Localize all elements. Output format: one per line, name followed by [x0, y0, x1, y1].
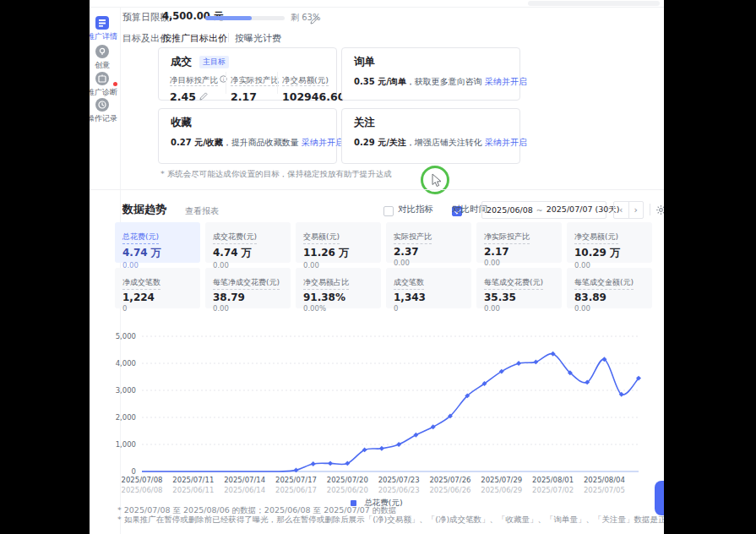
tile-value: 38.79: [213, 292, 283, 303]
follow-card-title: 关注: [354, 116, 375, 130]
tab-exposure-billing[interactable]: 按曝光计费: [235, 32, 281, 45]
svg-text:i: i: [223, 77, 225, 82]
svg-text:4,000: 4,000: [116, 359, 136, 368]
sidebar-item-2[interactable]: 创意: [90, 45, 122, 71]
metric-tile-3[interactable]: 交易额(元)11.26 万0.00: [296, 222, 381, 263]
promotion-detail-icon: [95, 16, 109, 30]
favorite-adopt-link[interactable]: 采纳并开启: [302, 138, 344, 147]
history-icon: [95, 98, 109, 112]
metric-tile-4[interactable]: 实际投产比2.370.00: [386, 222, 471, 263]
svg-text:2025/07/08: 2025/07/08: [122, 476, 163, 484]
metric-tile-12[interactable]: 每笔成交金额(元)83.890.00: [567, 268, 652, 308]
tile-value: 10.29 万: [574, 246, 645, 260]
follow-adopt-link[interactable]: 采纳并开启: [485, 138, 527, 147]
svg-text:2025/08/04: 2025/08/04: [584, 476, 625, 484]
trend-section-title: 数据趋势: [122, 202, 166, 217]
svg-text:2025/06/26: 2025/06/26: [429, 486, 470, 494]
svg-text:2025/06/11: 2025/06/11: [172, 486, 214, 494]
tile-label: 交易额(元): [303, 232, 340, 244]
date-range-input[interactable]: 2025/06/08 ~ 2025/07/07 (30天): [481, 201, 606, 219]
metric-label: 净目标投产比: [170, 75, 218, 86]
favorite-desc: ，提升商品收藏数量: [223, 138, 302, 147]
tile-value: 1,224: [122, 292, 193, 303]
campaign-detail-panel: 推广详情创意推广诊断操作记录 预算日限额: 4,500.00 元 剩 63% 目…: [90, 0, 664, 534]
metric-tile-8[interactable]: 每笔净成交花费(元)38.790.00: [205, 268, 291, 308]
tile-label: 成交笔数: [394, 277, 424, 290]
sidebar-item-label: 操作记录: [90, 113, 122, 124]
tile-label: 总花费(元): [122, 232, 159, 244]
inquiry-rate: 0.35 元/询单: [354, 77, 406, 86]
tab-goal-bidding[interactable]: 按推广目标出价: [162, 32, 227, 45]
svg-text:2025/08/01: 2025/08/01: [532, 476, 574, 484]
inquiry-desc: ，获取更多意向咨询: [406, 77, 485, 86]
metric-value: 2.17: [231, 90, 279, 103]
tile-compare-value: 0.00: [213, 304, 283, 313]
tile-compare-value: 0.00: [394, 259, 464, 267]
metric-tile-1[interactable]: 总花费(元)4.74 万0.00: [115, 222, 200, 263]
metric-tile-9[interactable]: 净交易额占比91.38%0.00%: [296, 268, 381, 308]
sidebar-item-3[interactable]: 推广诊断: [90, 72, 122, 98]
svg-text:2025/07/14: 2025/07/14: [224, 476, 265, 484]
metric-label: 净交易额(元): [282, 75, 329, 86]
svg-text:2025/07/29: 2025/07/29: [481, 476, 522, 484]
metric-tile-7[interactable]: 净成交笔数1,2240: [115, 268, 200, 308]
tile-value: 4.74 万: [122, 246, 193, 260]
cursor-icon: [432, 173, 443, 188]
trend-chart: 5,0004,0003,0002,0001,00002025/07/082025…: [108, 328, 657, 495]
metric-tile-10[interactable]: 成交笔数1,3430: [386, 268, 471, 308]
goal-card-favorite: 收藏 0.27 元/收藏，提升商品收藏数量 采纳并开启: [158, 108, 337, 164]
tile-label: 成交花费(元): [213, 232, 257, 244]
metric-divider: [277, 72, 278, 94]
metric-tile-11[interactable]: 每笔成交花费(元)35.350.00: [476, 268, 562, 308]
tile-value: 2.37: [394, 246, 464, 258]
settings-gear-icon[interactable]: [655, 203, 664, 219]
creative-icon: [95, 45, 109, 58]
tile-value: 1,343: [394, 292, 464, 303]
metric-tile-2[interactable]: 成交花费(元)4.74 万0.00: [205, 222, 291, 263]
roi-edit-icon[interactable]: [199, 90, 208, 103]
svg-text:2025/07/20: 2025/07/20: [327, 476, 368, 484]
primary-goal-badge: 主目标: [199, 56, 229, 68]
tile-label: 净成交笔数: [122, 277, 160, 290]
inquiry-card-title: 询单: [354, 55, 375, 69]
budget-progress-fill: [205, 16, 252, 20]
tile-value: 4.74 万: [213, 246, 283, 260]
svg-text:2025/07/02: 2025/07/02: [532, 486, 574, 494]
date-pager: ‹ ›: [613, 201, 644, 219]
svg-text:2025/06/29: 2025/06/29: [481, 486, 522, 494]
svg-text:2025/07/11: 2025/07/11: [172, 476, 214, 484]
tile-compare-value: 0.00: [484, 259, 554, 267]
tile-label: 净实际投产比: [484, 232, 530, 244]
sidebar-item-1[interactable]: 推广详情: [90, 16, 122, 42]
chart-footnote-2: * 如果推广在暂停或删除前已经获得了曝光，那么在暂停或删除后展示「(净)交易额」…: [117, 515, 664, 526]
svg-text:2,000: 2,000: [116, 413, 136, 422]
next-period-button[interactable]: ›: [629, 202, 644, 218]
view-report-link[interactable]: 查看报表: [185, 205, 219, 217]
svg-text:2025/06/23: 2025/06/23: [378, 486, 420, 494]
compare-metric-checkbox[interactable]: [383, 206, 394, 216]
svg-text:3,000: 3,000: [116, 386, 136, 395]
metric-value: 2.45: [170, 90, 196, 103]
svg-text:2025/06/17: 2025/06/17: [275, 486, 317, 494]
svg-text:2025/07/26: 2025/07/26: [429, 476, 470, 484]
date-end: 2025/07/07 (30天): [547, 204, 620, 215]
horizontal-scrollbar[interactable]: [528, 1, 660, 6]
metric-tile-5[interactable]: 净实际投产比2.170.00: [476, 222, 562, 263]
sidebar-item-4[interactable]: 操作记录: [90, 98, 122, 124]
section-divider: [90, 189, 664, 190]
tile-value: 35.35: [484, 292, 554, 303]
svg-text:2025/06/14: 2025/06/14: [224, 486, 265, 494]
metric-tile-6[interactable]: 净交易额(元)10.29 万0.00: [567, 222, 652, 263]
tile-compare-value: 0.00: [574, 304, 645, 313]
tile-label: 净交易额占比: [303, 277, 349, 290]
side-panel-toggle[interactable]: [655, 481, 664, 515]
prev-period-button[interactable]: ‹: [614, 202, 629, 218]
tile-label: 每笔成交金额(元): [574, 277, 634, 290]
goal-card-inquiry: 询单 0.35 元/询单，获取更多意向咨询 采纳并开启: [341, 47, 520, 101]
svg-text:2025/06/20: 2025/06/20: [327, 486, 368, 494]
inquiry-adopt-link[interactable]: 采纳并开启: [485, 77, 527, 86]
svg-text:5,000: 5,000: [116, 332, 136, 341]
tile-compare-value: 0.00: [484, 304, 554, 313]
goal-card-follow: 关注 0.29 元/关注，增强店铺关注转化 采纳并开启: [341, 108, 520, 164]
budget-edit-icon[interactable]: [310, 12, 319, 28]
